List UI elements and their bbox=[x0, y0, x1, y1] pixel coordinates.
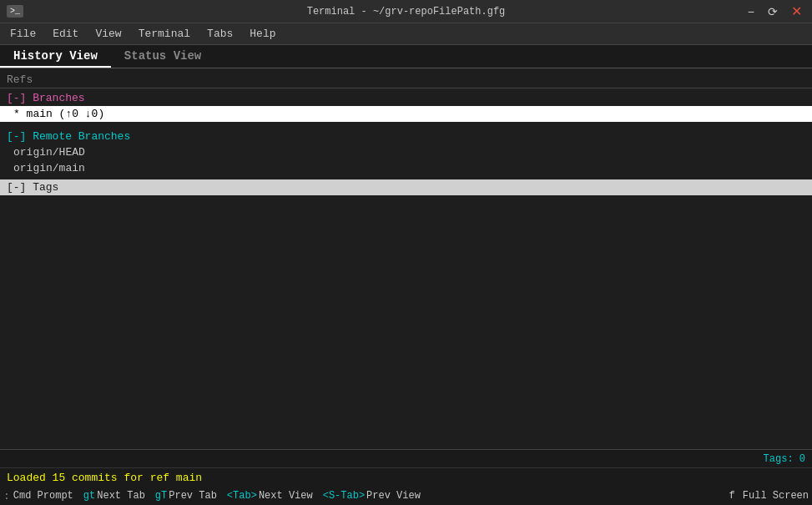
window-controls[interactable]: − ⟳ ✕ bbox=[744, 3, 805, 19]
main-content: Refs [-] Branches * main (↑0 ↓0) [-] Rem… bbox=[0, 68, 812, 449]
tab-history-view[interactable]: History View bbox=[0, 46, 111, 68]
menu-view[interactable]: View bbox=[88, 26, 128, 42]
menu-help[interactable]: Help bbox=[243, 26, 282, 42]
remote-origin-main[interactable]: origin/main bbox=[0, 160, 812, 176]
prev-tab-desc: Prev Tab bbox=[169, 490, 217, 502]
menu-bar: File Edit View Terminal Tabs Help bbox=[0, 23, 812, 45]
branch-main[interactable]: * main (↑0 ↓0) bbox=[0, 106, 812, 122]
prev-view-key: <S-Tab> bbox=[323, 490, 365, 502]
cmd-prompt-desc: Cmd Prompt bbox=[13, 490, 73, 502]
refs-panel: Refs [-] Branches * main (↑0 ↓0) [-] Rem… bbox=[0, 68, 812, 449]
status-tags-line: Tags: 0 bbox=[0, 450, 812, 468]
close-button[interactable]: ✕ bbox=[788, 3, 805, 19]
remote-branches-toggle[interactable]: [-] Remote Branches bbox=[0, 129, 812, 144]
prev-tab-key: gT bbox=[155, 490, 167, 502]
next-view-desc: Next View bbox=[259, 490, 313, 502]
status-bar: Tags: 0 Loaded 15 commits for ref main :… bbox=[0, 449, 812, 505]
next-view-key: <Tab> bbox=[227, 490, 257, 502]
tab-status-view[interactable]: Status View bbox=[111, 46, 214, 68]
window-title: Terminal - ~/grv-repoFilePath.gfg bbox=[307, 6, 506, 18]
status-loaded-line: Loaded 15 commits for ref main bbox=[0, 468, 812, 487]
menu-file[interactable]: File bbox=[3, 26, 43, 42]
next-tab-desc: Next Tab bbox=[97, 490, 145, 502]
fullscreen-key: f bbox=[729, 490, 734, 502]
tabs-row: History View Status View bbox=[0, 45, 812, 68]
keybindings-line: : Cmd Prompt gt Next Tab gT Prev Tab <Ta… bbox=[0, 487, 812, 505]
tags-toggle[interactable]: [-] Tags bbox=[0, 179, 812, 195]
menu-tabs[interactable]: Tabs bbox=[200, 26, 240, 42]
title-bar: >_ Terminal - ~/grv-repoFilePath.gfg − ⟳… bbox=[0, 0, 812, 23]
loaded-message: Loaded 15 commits for ref main bbox=[7, 472, 202, 484]
next-tab-key: gt bbox=[83, 490, 95, 502]
remote-origin-head[interactable]: origin/HEAD bbox=[0, 144, 812, 160]
tags-count: Tags: 0 bbox=[764, 453, 805, 465]
title-bar-left: >_ bbox=[7, 5, 23, 18]
branches-toggle[interactable]: [-] Branches bbox=[0, 90, 812, 106]
minimize-button[interactable]: − bbox=[744, 5, 758, 18]
menu-edit[interactable]: Edit bbox=[46, 26, 85, 42]
terminal-icon: >_ bbox=[7, 5, 23, 18]
menu-terminal[interactable]: Terminal bbox=[132, 26, 197, 42]
fullscreen-binding: f Full Screen bbox=[729, 490, 809, 502]
colon-separator: : bbox=[3, 490, 10, 502]
prev-view-desc: Prev View bbox=[366, 490, 421, 502]
fullscreen-desc: Full Screen bbox=[743, 490, 809, 502]
refs-header: Refs bbox=[0, 72, 812, 88]
resize-button[interactable]: ⟳ bbox=[764, 5, 781, 18]
